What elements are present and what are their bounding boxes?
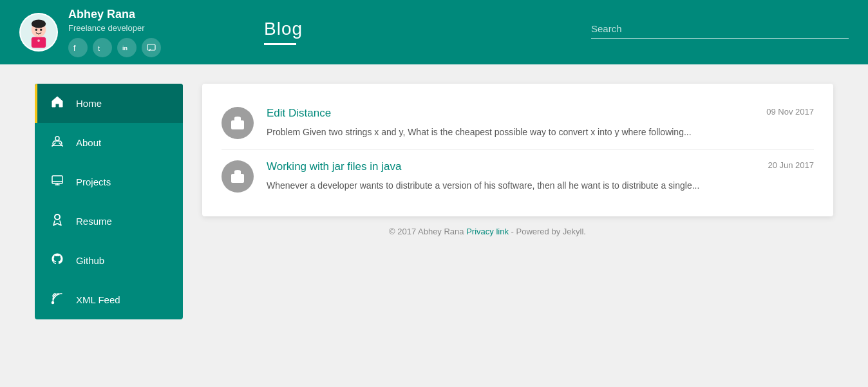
- footer-privacy-link[interactable]: Privacy link: [466, 227, 509, 236]
- post-body-1: Working with jar files in java 20 Jun 20…: [267, 160, 814, 193]
- post-item-1: Working with jar files in java 20 Jun 20…: [222, 150, 814, 203]
- sidebar-item-resume[interactable]: Resume: [35, 202, 183, 241]
- post-excerpt-1: Whenever a developer wants to distribute…: [267, 178, 814, 193]
- svg-text:t: t: [98, 44, 100, 52]
- sidebar-item-projects[interactable]: Projects: [35, 162, 183, 202]
- header-search: [591, 19, 849, 45]
- about-icon: [50, 135, 64, 151]
- social-icons: f t in: [68, 38, 161, 57]
- search-input[interactable]: [591, 19, 849, 39]
- svg-rect-12: [52, 176, 62, 184]
- post-header-1: Working with jar files in java 20 Jun 20…: [267, 160, 814, 173]
- header-name: Abhey Rana: [68, 7, 161, 22]
- sidebar-label-xmlfeed: XML Feed: [76, 294, 120, 305]
- resume-icon: [50, 213, 64, 229]
- svg-rect-17: [231, 174, 244, 183]
- sidebar-item-about[interactable]: About: [35, 123, 183, 162]
- post-date-0: 09 Nov 2017: [766, 107, 814, 117]
- sidebar: Home About: [35, 84, 183, 319]
- svg-point-4: [35, 29, 37, 31]
- sidebar-item-home[interactable]: Home: [35, 84, 183, 123]
- svg-rect-16: [231, 120, 244, 129]
- post-title-1[interactable]: Working with jar files in java: [267, 160, 401, 173]
- main-content: Edit Distance 09 Nov 2017 Problem Given …: [202, 84, 833, 319]
- svg-rect-10: [147, 44, 155, 50]
- facebook-icon[interactable]: f: [68, 38, 88, 57]
- sidebar-label-home: Home: [76, 98, 102, 109]
- blog-title-underline: [264, 43, 296, 45]
- sidebar-label-resume: Resume: [76, 216, 112, 227]
- header-subtitle: Freelance developer: [68, 23, 161, 33]
- header-left: Abhey Rana Freelance developer f t in: [19, 7, 225, 57]
- content-wrapper: Home About: [15, 64, 853, 339]
- sidebar-label-projects: Projects: [76, 176, 111, 187]
- svg-point-6: [37, 39, 40, 42]
- footer-copyright: © 2017 Abhey Rana: [389, 227, 464, 236]
- twitter-icon[interactable]: t: [93, 38, 112, 57]
- sidebar-label-about: About: [76, 137, 101, 148]
- post-header-0: Edit Distance 09 Nov 2017: [267, 107, 814, 120]
- message-icon[interactable]: [142, 38, 161, 57]
- posts-card: Edit Distance 09 Nov 2017 Problem Given …: [202, 84, 833, 216]
- post-body-0: Edit Distance 09 Nov 2017 Problem Given …: [267, 107, 814, 139]
- footer: © 2017 Abhey Rana Privacy link - Powered…: [370, 216, 833, 256]
- svg-point-3: [32, 19, 46, 28]
- post-title-0[interactable]: Edit Distance: [267, 107, 331, 120]
- github-icon: [50, 252, 64, 269]
- svg-point-5: [40, 29, 42, 31]
- svg-rect-1: [32, 37, 46, 48]
- footer-powered-by: - Powered by Jekyll.: [511, 227, 586, 236]
- avatar: [19, 13, 58, 52]
- sidebar-label-github: Github: [76, 255, 104, 266]
- sidebar-item-github[interactable]: Github: [35, 241, 183, 280]
- home-icon: [50, 95, 64, 111]
- blog-title: Blog: [264, 20, 591, 38]
- projects-icon: [50, 174, 64, 190]
- svg-point-15: [52, 302, 54, 304]
- header-center: Blog: [225, 20, 591, 45]
- header: Abhey Rana Freelance developer f t in: [0, 0, 868, 64]
- post-avatar-1: [222, 160, 254, 193]
- header-identity: Abhey Rana Freelance developer f t in: [68, 7, 161, 57]
- svg-point-11: [55, 137, 59, 140]
- sidebar-item-xmlfeed[interactable]: XML Feed: [35, 280, 183, 319]
- svg-text:f: f: [73, 44, 76, 52]
- svg-text:in: in: [122, 45, 127, 52]
- svg-point-14: [55, 214, 60, 220]
- post-item-0: Edit Distance 09 Nov 2017 Problem Given …: [222, 97, 814, 150]
- linkedin-icon[interactable]: in: [117, 38, 137, 57]
- post-excerpt-0: Problem Given two strings x and y, What …: [267, 125, 814, 139]
- post-avatar-0: [222, 107, 254, 139]
- post-date-1: 20 Jun 2017: [768, 160, 814, 170]
- xmlfeed-icon: [50, 292, 64, 308]
